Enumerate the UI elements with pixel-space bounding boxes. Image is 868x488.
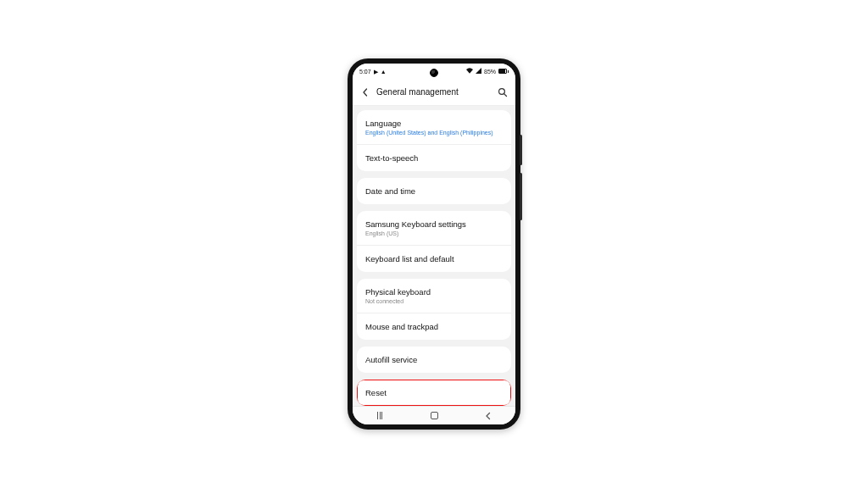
home-icon — [431, 412, 438, 419]
settings-row-keyboard-list-and-default[interactable]: Keyboard list and default — [357, 245, 511, 272]
svg-line-1 — [504, 93, 507, 96]
row-label: Keyboard list and default — [365, 254, 503, 263]
front-camera — [430, 69, 438, 77]
row-subtext: English (US) — [365, 230, 503, 236]
settings-row-samsung-keyboard-settings[interactable]: Samsung Keyboard settingsEnglish (US) — [357, 211, 511, 245]
search-button[interactable] — [497, 86, 509, 98]
settings-row-language[interactable]: LanguageEnglish (United States) and Engl… — [357, 110, 511, 144]
settings-group: Physical keyboardNot connectedMouse and … — [357, 279, 511, 340]
settings-group: LanguageEnglish (United States) and Engl… — [357, 110, 511, 171]
recents-button[interactable] — [363, 407, 397, 424]
settings-list[interactable]: LanguageEnglish (United States) and Engl… — [353, 106, 515, 406]
app-bar: General management — [353, 79, 515, 106]
youtube-icon: ▶ — [374, 69, 378, 75]
phone-frame: 5:07 ▶ ▲ 85% — [348, 58, 520, 430]
settings-row-autofill-service[interactable]: Autofill service — [357, 347, 511, 373]
volume-button — [520, 135, 522, 165]
row-label: Language — [365, 119, 503, 128]
settings-row-mouse-and-trackpad[interactable]: Mouse and trackpad — [357, 313, 511, 340]
row-subtext: Not connected — [365, 298, 503, 304]
settings-group: Samsung Keyboard settingsEnglish (US)Key… — [357, 211, 511, 272]
recents-icon — [377, 412, 382, 419]
status-right: 85% — [466, 68, 509, 75]
power-button — [520, 173, 522, 220]
signal-icon — [476, 68, 481, 75]
screen: 5:07 ▶ ▲ 85% — [353, 64, 515, 424]
row-label: Samsung Keyboard settings — [365, 219, 503, 229]
row-label: Reset — [365, 388, 503, 397]
home-button[interactable] — [417, 407, 451, 424]
clock-text: 5:07 — [359, 69, 371, 75]
battery-icon — [498, 69, 509, 74]
row-label: Date and time — [365, 186, 503, 196]
row-label: Autofill service — [365, 355, 503, 364]
settings-group: Reset — [357, 380, 511, 406]
row-label: Mouse and trackpad — [365, 322, 503, 331]
nav-back-button[interactable] — [471, 407, 505, 424]
status-left: 5:07 ▶ ▲ — [359, 69, 387, 75]
settings-row-date-and-time[interactable]: Date and time — [357, 178, 511, 204]
settings-row-reset[interactable]: Reset — [357, 380, 511, 406]
row-subtext: English (United States) and English (Phi… — [365, 130, 503, 136]
warning-icon: ▲ — [381, 69, 387, 75]
back-button[interactable] — [359, 86, 371, 98]
settings-row-physical-keyboard[interactable]: Physical keyboardNot connected — [357, 279, 511, 313]
row-label: Physical keyboard — [365, 287, 503, 297]
settings-group: Date and time — [357, 178, 511, 204]
page-title: General management — [376, 87, 497, 97]
row-label: Text-to-speech — [365, 153, 503, 163]
navigation-bar — [353, 406, 515, 424]
wifi-icon — [466, 68, 473, 75]
battery-text: 85% — [484, 69, 496, 75]
stage: 5:07 ▶ ▲ 85% — [0, 0, 868, 488]
settings-row-text-to-speech[interactable]: Text-to-speech — [357, 144, 511, 171]
settings-group: Autofill service — [357, 347, 511, 373]
back-icon — [484, 412, 492, 420]
